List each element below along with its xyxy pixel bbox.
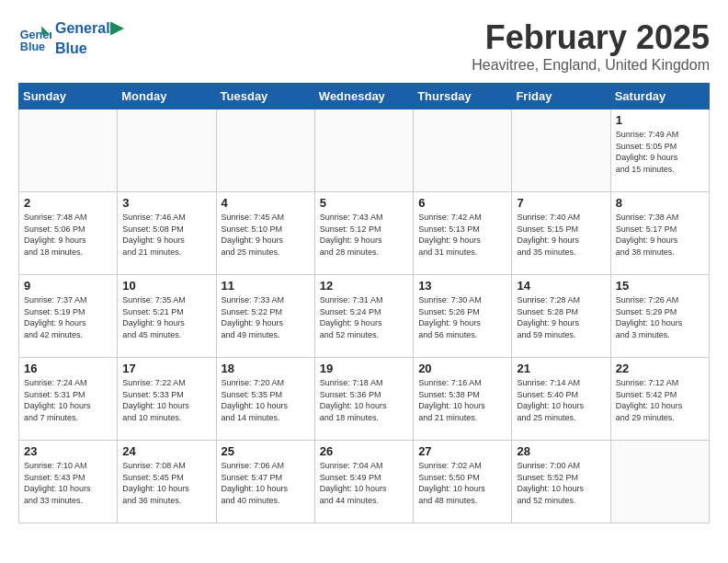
- calendar-cell: 11Sunrise: 7:33 AM Sunset: 5:22 PM Dayli…: [216, 275, 314, 358]
- calendar-cell: 19Sunrise: 7:18 AM Sunset: 5:36 PM Dayli…: [314, 358, 413, 441]
- calendar-cell: [610, 441, 709, 523]
- day-number: 27: [418, 444, 506, 458]
- calendar-cell: 15Sunrise: 7:26 AM Sunset: 5:29 PM Dayli…: [610, 275, 709, 358]
- day-number: 23: [24, 444, 112, 458]
- day-info: Sunrise: 7:45 AM Sunset: 5:10 PM Dayligh…: [222, 212, 310, 258]
- svg-text:Blue: Blue: [20, 40, 45, 52]
- day-info: Sunrise: 7:28 AM Sunset: 5:28 PM Dayligh…: [517, 294, 605, 340]
- weekday-header-friday: Friday: [512, 84, 610, 109]
- page-header: General Blue General▶ Blue February 2025…: [18, 18, 710, 74]
- week-row-2: 2Sunrise: 7:48 AM Sunset: 5:06 PM Daylig…: [19, 192, 710, 275]
- weekday-header-thursday: Thursday: [414, 84, 512, 109]
- day-info: Sunrise: 7:04 AM Sunset: 5:49 PM Dayligh…: [320, 460, 408, 506]
- day-number: 13: [418, 279, 506, 293]
- day-number: 25: [222, 444, 310, 458]
- calendar-cell: 14Sunrise: 7:28 AM Sunset: 5:28 PM Dayli…: [512, 275, 610, 358]
- calendar-table: SundayMondayTuesdayWednesdayThursdayFrid…: [18, 83, 710, 523]
- week-row-3: 9Sunrise: 7:37 AM Sunset: 5:19 PM Daylig…: [19, 275, 710, 358]
- day-info: Sunrise: 7:18 AM Sunset: 5:36 PM Dayligh…: [320, 377, 408, 423]
- day-number: 28: [517, 444, 605, 458]
- day-number: 16: [24, 362, 112, 375]
- week-row-1: 1Sunrise: 7:49 AM Sunset: 5:05 PM Daylig…: [19, 109, 710, 192]
- calendar-cell: 13Sunrise: 7:30 AM Sunset: 5:26 PM Dayli…: [414, 275, 512, 358]
- calendar-cell: 12Sunrise: 7:31 AM Sunset: 5:24 PM Dayli…: [314, 275, 413, 358]
- day-info: Sunrise: 7:12 AM Sunset: 5:42 PM Dayligh…: [616, 377, 704, 423]
- calendar-cell: [512, 109, 610, 192]
- calendar-cell: 4Sunrise: 7:45 AM Sunset: 5:10 PM Daylig…: [216, 192, 314, 275]
- calendar-cell: 16Sunrise: 7:24 AM Sunset: 5:31 PM Dayli…: [19, 358, 118, 441]
- day-info: Sunrise: 7:33 AM Sunset: 5:22 PM Dayligh…: [222, 294, 310, 340]
- day-number: 24: [122, 444, 210, 458]
- calendar-cell: 27Sunrise: 7:02 AM Sunset: 5:50 PM Dayli…: [414, 441, 512, 523]
- day-number: 9: [24, 279, 112, 293]
- day-number: 15: [616, 279, 704, 293]
- day-number: 11: [222, 279, 310, 293]
- day-info: Sunrise: 7:30 AM Sunset: 5:26 PM Dayligh…: [418, 294, 506, 340]
- calendar-cell: 20Sunrise: 7:16 AM Sunset: 5:38 PM Dayli…: [414, 358, 512, 441]
- calendar-cell: 22Sunrise: 7:12 AM Sunset: 5:42 PM Dayli…: [610, 358, 709, 441]
- day-info: Sunrise: 7:48 AM Sunset: 5:06 PM Dayligh…: [24, 212, 112, 258]
- day-info: Sunrise: 7:43 AM Sunset: 5:12 PM Dayligh…: [320, 212, 408, 258]
- logo-text-line1: General▶: [55, 18, 123, 39]
- calendar-cell: [216, 109, 314, 192]
- day-number: 14: [517, 279, 605, 293]
- day-info: Sunrise: 7:31 AM Sunset: 5:24 PM Dayligh…: [320, 294, 408, 340]
- calendar-cell: 5Sunrise: 7:43 AM Sunset: 5:12 PM Daylig…: [314, 192, 413, 275]
- calendar-cell: 18Sunrise: 7:20 AM Sunset: 5:35 PM Dayli…: [216, 358, 314, 441]
- logo-icon: General Blue: [18, 22, 51, 55]
- day-info: Sunrise: 7:35 AM Sunset: 5:21 PM Dayligh…: [122, 294, 210, 340]
- weekday-header-saturday: Saturday: [610, 84, 709, 109]
- calendar-cell: 24Sunrise: 7:08 AM Sunset: 5:45 PM Dayli…: [118, 441, 216, 523]
- day-number: 26: [320, 444, 408, 458]
- day-number: 21: [517, 362, 605, 375]
- day-info: Sunrise: 7:10 AM Sunset: 5:43 PM Dayligh…: [24, 460, 112, 506]
- day-number: 8: [616, 196, 704, 210]
- day-info: Sunrise: 7:16 AM Sunset: 5:38 PM Dayligh…: [418, 377, 506, 423]
- calendar-cell: 8Sunrise: 7:38 AM Sunset: 5:17 PM Daylig…: [610, 192, 709, 275]
- day-number: 5: [320, 196, 408, 210]
- day-info: Sunrise: 7:14 AM Sunset: 5:40 PM Dayligh…: [517, 377, 605, 423]
- day-info: Sunrise: 7:42 AM Sunset: 5:13 PM Dayligh…: [418, 212, 506, 258]
- weekday-header-sunday: Sunday: [19, 84, 118, 109]
- logo-text-line2: Blue: [55, 39, 123, 59]
- day-number: 7: [517, 196, 605, 210]
- calendar-cell: [414, 109, 512, 192]
- calendar-cell: 10Sunrise: 7:35 AM Sunset: 5:21 PM Dayli…: [118, 275, 216, 358]
- calendar-cell: 3Sunrise: 7:46 AM Sunset: 5:08 PM Daylig…: [118, 192, 216, 275]
- day-number: 17: [122, 362, 210, 375]
- day-number: 22: [616, 362, 704, 375]
- day-info: Sunrise: 7:02 AM Sunset: 5:50 PM Dayligh…: [418, 460, 506, 506]
- calendar-cell: 1Sunrise: 7:49 AM Sunset: 5:05 PM Daylig…: [610, 109, 709, 192]
- day-number: 20: [418, 362, 506, 375]
- day-info: Sunrise: 7:08 AM Sunset: 5:45 PM Dayligh…: [122, 460, 210, 506]
- weekday-header-row: SundayMondayTuesdayWednesdayThursdayFrid…: [19, 84, 710, 109]
- weekday-header-tuesday: Tuesday: [216, 84, 314, 109]
- day-info: Sunrise: 7:22 AM Sunset: 5:33 PM Dayligh…: [122, 377, 210, 423]
- location-title: Heavitree, England, United Kingdom: [472, 57, 710, 74]
- month-title: February 2025: [472, 18, 710, 57]
- day-number: 10: [122, 279, 210, 293]
- day-number: 1: [616, 113, 704, 127]
- calendar-cell: 7Sunrise: 7:40 AM Sunset: 5:15 PM Daylig…: [512, 192, 610, 275]
- calendar-cell: [118, 109, 216, 192]
- day-info: Sunrise: 7:37 AM Sunset: 5:19 PM Dayligh…: [24, 294, 112, 340]
- day-info: Sunrise: 7:38 AM Sunset: 5:17 PM Dayligh…: [616, 212, 704, 258]
- title-section: February 2025 Heavitree, England, United…: [472, 18, 710, 74]
- calendar-cell: [19, 109, 118, 192]
- calendar-cell: 9Sunrise: 7:37 AM Sunset: 5:19 PM Daylig…: [19, 275, 118, 358]
- day-info: Sunrise: 7:06 AM Sunset: 5:47 PM Dayligh…: [222, 460, 310, 506]
- week-row-4: 16Sunrise: 7:24 AM Sunset: 5:31 PM Dayli…: [19, 358, 710, 441]
- day-info: Sunrise: 7:20 AM Sunset: 5:35 PM Dayligh…: [222, 377, 310, 423]
- week-row-5: 23Sunrise: 7:10 AM Sunset: 5:43 PM Dayli…: [19, 441, 710, 523]
- logo: General Blue General▶ Blue: [18, 18, 123, 58]
- day-info: Sunrise: 7:40 AM Sunset: 5:15 PM Dayligh…: [517, 212, 605, 258]
- calendar-cell: 17Sunrise: 7:22 AM Sunset: 5:33 PM Dayli…: [118, 358, 216, 441]
- day-number: 3: [122, 196, 210, 210]
- day-number: 2: [24, 196, 112, 210]
- calendar-cell: 26Sunrise: 7:04 AM Sunset: 5:49 PM Dayli…: [314, 441, 413, 523]
- calendar-cell: 2Sunrise: 7:48 AM Sunset: 5:06 PM Daylig…: [19, 192, 118, 275]
- calendar-cell: 28Sunrise: 7:00 AM Sunset: 5:52 PM Dayli…: [512, 441, 610, 523]
- calendar-cell: 23Sunrise: 7:10 AM Sunset: 5:43 PM Dayli…: [19, 441, 118, 523]
- day-number: 6: [418, 196, 506, 210]
- day-number: 18: [222, 362, 310, 375]
